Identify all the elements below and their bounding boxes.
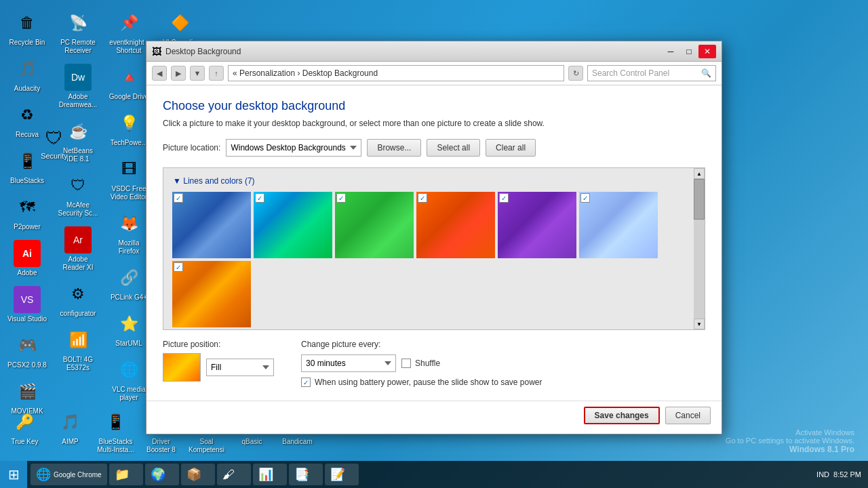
staruml-icon: ⭐	[115, 310, 142, 338]
taskbar-item-excel[interactable]: 📊	[253, 464, 287, 485]
desktop-icon-bolt4g[interactable]: 📶 BOLT! 4G E5372s	[54, 324, 102, 375]
mozilla-label: Mozilla Firefox	[108, 239, 150, 256]
title-bar-buttons: ─ □ ✕	[662, 45, 716, 58]
search-box[interactable]: Search Control Panel 🔍	[587, 65, 716, 81]
back-button[interactable]: ◀	[152, 66, 167, 81]
wallpaper-checkbox-2[interactable]: ✓	[255, 193, 264, 203]
desktop-icon-pcsx2[interactable]: 🎮 PCSX2 0.9.8	[3, 329, 51, 372]
scroll-track[interactable]	[694, 179, 705, 319]
gallery-section-header[interactable]: ▼ Lines and colors (7)	[169, 174, 699, 188]
google-drive-icon: 🔺	[115, 64, 142, 91]
mozilla-icon: 🦊	[115, 210, 142, 237]
taskbar-item-explorer[interactable]: 📁	[109, 464, 143, 485]
p2power-icon: 🗺	[14, 194, 41, 221]
shuffle-checkbox[interactable]	[401, 359, 411, 368]
desktop-icon-recycle-bin[interactable]: 🗑 Recycle Bin	[3, 7, 51, 49]
minimize-button[interactable]: ─	[662, 45, 679, 58]
up-button[interactable]: ↑	[209, 66, 224, 81]
scroll-down-button[interactable]: ▼	[694, 319, 705, 329]
adobe-reader-icon: Ar	[64, 226, 92, 253]
techpower-icon: 💡	[115, 110, 142, 137]
wallpaper-checkbox-6[interactable]: ✓	[580, 193, 590, 203]
desktop-icon-adobe-reader[interactable]: Ar Adobe Reader XI	[54, 224, 102, 274]
google-chrome-icon: 🌐	[115, 357, 142, 384]
scroll-thumb[interactable]	[694, 179, 705, 220]
wallpaper-item-1[interactable]: ✓	[172, 191, 252, 259]
interval-select[interactable]: 10 seconds 30 seconds 1 minute 2 minutes…	[301, 354, 396, 372]
mcafee-label: McAfee Security Sc...	[57, 201, 99, 218]
browse-button[interactable]: Browse...	[367, 139, 421, 157]
refresh-button[interactable]: ↻	[568, 66, 583, 81]
dropdown-button[interactable]: ▼	[190, 66, 205, 81]
soal-label: Soal Kompetensi	[187, 438, 226, 454]
wallpaper-item-7[interactable]: ✓	[172, 260, 252, 328]
taskbar-item-winrar[interactable]: 📦	[181, 464, 215, 485]
wallpaper-item-6[interactable]: ✓	[578, 191, 658, 259]
pc-remote-label: PC Remote Receiver	[57, 39, 99, 55]
battery-checkbox[interactable]: ✓	[301, 378, 311, 387]
desktop-icon-bluestacks-multi[interactable]: 📱 BlueStacks Multi-Insta...	[94, 406, 138, 457]
taskbar-item-ps[interactable]: 🖌	[217, 464, 251, 485]
wallpaper-checkbox-1[interactable]: ✓	[174, 193, 183, 203]
wallpaper-checkbox-4[interactable]: ✓	[418, 193, 427, 203]
gallery-scrollbar[interactable]: ▲ ▼	[694, 168, 705, 329]
taskbar-item-word[interactable]: 📝	[325, 464, 359, 485]
select-all-button[interactable]: Select all	[427, 139, 480, 157]
wallpaper-item-3[interactable]: ✓	[334, 191, 414, 259]
eventknight-label: eventknight - Shortcut	[108, 39, 150, 55]
start-button[interactable]: ⊞	[0, 461, 27, 488]
forward-button[interactable]: ▶	[171, 66, 186, 81]
wallpaper-preview-4	[416, 192, 495, 258]
picture-location-select[interactable]: Windows Desktop Backgrounds	[226, 139, 361, 157]
battery-row: ✓ When using battery power, pause the sl…	[301, 378, 542, 387]
bandicam-label: Bandicam	[282, 438, 312, 446]
wallpaper-item-2[interactable]: ✓	[253, 191, 333, 259]
taskbar-word-icon: 📝	[330, 467, 345, 482]
cancel-button[interactable]: Cancel	[665, 407, 711, 424]
maximize-button[interactable]: □	[680, 45, 698, 58]
taskbar-ppt-icon: 📑	[294, 467, 309, 482]
desktop-icon-adobe[interactable]: Ai Adobe	[3, 237, 51, 280]
tray-ind-label: IND	[816, 470, 829, 479]
desktop-icon-p2power[interactable]: 🗺 P2power	[3, 191, 51, 234]
wallpaper-checkbox-3[interactable]: ✓	[336, 193, 346, 203]
address-path[interactable]: « Personalization › Desktop Background	[228, 65, 564, 81]
desktop-icon-audacity[interactable]: 🎵 Audacity	[3, 53, 51, 96]
wallpaper-item-5[interactable]: ✓	[497, 191, 577, 259]
close-button[interactable]: ✕	[698, 45, 716, 58]
desktop-icon-pc-remote[interactable]: 📡 PC Remote Receiver	[54, 7, 102, 58]
picture-position-row: Fill Fit Stretch Tile Center	[163, 353, 274, 382]
desktop-icon-truekey[interactable]: 🔑 True Key	[3, 406, 47, 457]
search-placeholder: Search Control Panel	[592, 68, 669, 78]
taskbar-item-ppt[interactable]: 📑	[289, 464, 323, 485]
dreamweaver-label: Adobe Dreamwea...	[57, 93, 99, 109]
wallpaper-preview-5	[498, 192, 576, 258]
desktop-icon-mcafee[interactable]: 🛡 McAfee Security Sc...	[54, 169, 102, 220]
clear-all-button[interactable]: Clear all	[486, 139, 536, 157]
wallpaper-item-4[interactable]: ✓	[416, 191, 496, 259]
picture-position-label: Picture position:	[163, 340, 274, 349]
desktop-icon-security[interactable]: 🛡 Security	[41, 125, 68, 160]
adobe-reader-label: Adobe Reader XI	[57, 256, 99, 272]
save-changes-button[interactable]: Save changes	[584, 407, 660, 424]
content-heading: Choose your desktop background	[163, 99, 705, 113]
desktop-icon-configurator[interactable]: ⚙ configurator	[54, 278, 102, 321]
adobe-label: Adobe	[18, 269, 37, 277]
taskbar-chrome-icon: 🌐	[36, 467, 51, 482]
position-select[interactable]: Fill Fit Stretch Tile Center	[206, 359, 274, 376]
dialog-footer: Save changes Cancel	[146, 401, 722, 434]
desktop-icon-visual-studio[interactable]: VS Visual Studio	[3, 283, 51, 326]
taskbar-chrome-label: Google Chrome	[54, 471, 102, 479]
bluestacks-multi-label: BlueStacks Multi-Insta...	[96, 438, 135, 454]
desktop-icon-aimp[interactable]: 🎵 AIMP	[48, 406, 92, 457]
wallpaper-checkbox-5[interactable]: ✓	[499, 193, 509, 203]
google-chrome-label: VLC media player	[108, 386, 150, 402]
audacity-label: Audacity	[14, 85, 40, 93]
taskbar-item-chrome[interactable]: 🌐 Google Chrome	[31, 464, 107, 485]
desktop-icon-dreamweaver[interactable]: Dw Adobe Dreamwea...	[54, 61, 102, 112]
wallpaper-checkbox-7[interactable]: ✓	[174, 262, 183, 272]
taskbar-items: 🌐 Google Chrome 📁 🌍 📦 🖌 📊 📑 📝	[27, 464, 810, 485]
taskbar-item-ie[interactable]: 🌍	[145, 464, 179, 485]
moviemk-icon: 🎬	[14, 378, 41, 405]
scroll-up-button[interactable]: ▲	[694, 168, 705, 179]
